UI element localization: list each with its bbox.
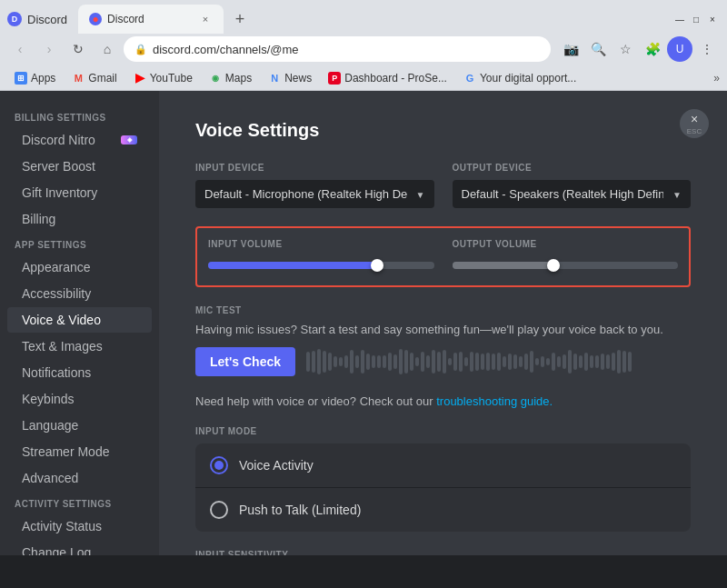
sidebar-item-accessibility[interactable]: Accessibility — [7, 281, 152, 306]
sidebar-item-language-label: Language — [22, 418, 137, 433]
sidebar-item-keybinds[interactable]: Keybinds — [7, 386, 152, 412]
mic-bar — [366, 354, 370, 370]
mic-bar — [437, 352, 441, 373]
sidebar-item-activity-status-label: Activity Status — [22, 519, 137, 533]
input-device-label: INPUT DEVICE — [195, 163, 434, 173]
push-to-talk-radio[interactable] — [210, 501, 228, 519]
sidebar-item-streamer-mode[interactable]: Streamer Mode — [7, 439, 152, 464]
input-device-select[interactable]: Default - Microphone (Realtek High Defin… — [195, 180, 434, 208]
url-text: discord.com/channels/@me — [153, 43, 540, 56]
close-window-button[interactable]: × — [705, 12, 720, 26]
home-button[interactable]: ⌂ — [95, 36, 120, 62]
sidebar-item-server-boost[interactable]: Server Boost — [7, 154, 152, 179]
sidebar-item-gift-inventory[interactable]: Gift Inventory — [7, 180, 152, 205]
sidebar-item-change-log[interactable]: Change Log — [7, 540, 152, 555]
tab-close-button[interactable]: × — [198, 12, 213, 26]
voice-activity-radio[interactable] — [210, 456, 228, 474]
bookmark-dashboard[interactable]: P Dashboard - ProSe... — [321, 70, 454, 86]
back-button[interactable]: ‹ — [7, 36, 33, 62]
apps-favicon: ⊞ — [15, 72, 27, 85]
mic-bar — [372, 355, 375, 369]
discord-tab-title: D Discord — [7, 12, 67, 26]
push-to-talk-option[interactable]: Push to Talk (Limited) — [195, 487, 691, 532]
mic-bar — [328, 353, 332, 372]
address-bar[interactable]: 🔒 discord.com/channels/@me — [124, 36, 551, 62]
maximize-button[interactable]: □ — [689, 12, 703, 26]
sidebar-item-appearance[interactable]: Appearance — [7, 254, 152, 280]
mic-bar — [312, 351, 315, 373]
bookmark-apps[interactable]: ⊞ Apps — [7, 70, 63, 86]
sidebar-item-accessibility-label: Accessibility — [22, 286, 137, 301]
output-volume-thumb[interactable] — [547, 259, 560, 272]
mic-bar — [513, 354, 517, 370]
bookmark-youtube[interactable]: ▶ YouTube — [126, 70, 200, 86]
mic-bar — [530, 351, 533, 372]
news-favicon: N — [268, 72, 281, 85]
lets-check-button[interactable]: Let's Check — [195, 347, 295, 376]
input-device-select-wrapper: Default - Microphone (Realtek High Defin… — [195, 180, 434, 208]
profile-icon[interactable]: U — [667, 36, 692, 62]
extensions-icon[interactable]: 🧩 — [640, 36, 665, 62]
sidebar-item-language[interactable]: Language — [7, 413, 152, 438]
input-volume-thumb[interactable] — [371, 259, 383, 272]
minimize-button[interactable]: — — [672, 12, 687, 26]
mic-bar — [464, 357, 468, 366]
sidebar-item-text-images[interactable]: Text & Images — [7, 334, 152, 359]
mic-bar — [361, 350, 364, 374]
sidebar-item-billing[interactable]: Billing — [7, 206, 152, 232]
mic-bar — [590, 355, 593, 368]
output-volume-group: OUTPUT VOLUME — [453, 239, 679, 274]
bookmark-icon[interactable]: ☆ — [612, 36, 638, 62]
menu-icon[interactable]: ⋮ — [694, 36, 720, 62]
activity-section-label: ACTIVITY SETTINGS — [0, 492, 159, 513]
browser-tab[interactable]: ● Discord × — [78, 5, 224, 34]
sidebar-item-advanced-label: Advanced — [22, 471, 137, 485]
more-bookmarks[interactable]: » — [713, 72, 720, 85]
troubleshooting-link[interactable]: troubleshooting guide. — [436, 394, 553, 408]
browser-chrome: D Discord ● Discord × + — □ × ‹ › ↻ ⌂ 🔒 … — [0, 0, 727, 91]
bookmark-apps-label: Apps — [31, 72, 55, 85]
tab-title-text: Discord — [27, 13, 67, 26]
bookmark-digital[interactable]: G Your digital opport... — [456, 70, 583, 86]
forward-button[interactable]: › — [36, 36, 62, 62]
mic-bar — [415, 357, 419, 365]
sidebar-item-voice-video[interactable]: Voice & Video — [7, 307, 152, 333]
bookmark-gmail[interactable]: M Gmail — [65, 70, 124, 86]
reload-button[interactable]: ↻ — [65, 36, 91, 62]
mic-bar — [344, 355, 348, 368]
sidebar-item-activity-status[interactable]: Activity Status — [7, 513, 152, 539]
sidebar-item-notifications[interactable]: Notifications — [7, 360, 152, 385]
output-device-select[interactable]: Default - Speakers (Realtek High Definit… — [453, 180, 692, 208]
bookmark-maps-label: Maps — [225, 72, 252, 85]
camera-icon[interactable]: 📷 — [558, 36, 583, 62]
sidebar-item-discord-nitro[interactable]: Discord Nitro ◈ — [7, 127, 152, 153]
mic-bar — [541, 356, 544, 367]
esc-label: ESC — [687, 127, 702, 135]
input-volume-slider[interactable] — [208, 256, 434, 274]
output-device-label: OUTPUT DEVICE — [453, 163, 692, 173]
title-bar: D Discord ● Discord × + — □ × — [0, 0, 727, 33]
window-controls: — □ × — [672, 12, 720, 26]
mic-bar — [350, 350, 354, 373]
sidebar-item-billing-label: Billing — [22, 212, 137, 226]
search-icon[interactable]: 🔍 — [585, 36, 611, 62]
bookmark-maps[interactable]: ◉ Maps — [202, 70, 259, 86]
mic-test-row: Let's Check — [195, 347, 691, 376]
mic-bar — [601, 354, 604, 370]
output-volume-slider[interactable] — [453, 256, 679, 274]
output-volume-fill — [453, 262, 554, 269]
bookmark-news[interactable]: N News — [261, 70, 319, 86]
mic-bar — [508, 354, 512, 371]
new-tab-button[interactable]: + — [227, 6, 253, 32]
volume-section: INPUT VOLUME OUTPUT VOLUME — [195, 226, 691, 287]
tab-favicon-icon: ● — [89, 13, 102, 25]
sidebar-item-advanced[interactable]: Advanced — [7, 465, 152, 491]
mic-bar — [584, 353, 588, 370]
mic-bar — [334, 356, 337, 368]
mic-bar — [355, 355, 359, 369]
page-title: Voice Settings — [195, 120, 691, 141]
mic-bar — [595, 355, 599, 368]
mic-bar — [503, 356, 506, 368]
close-settings-button[interactable]: × ESC — [680, 109, 709, 138]
voice-activity-option[interactable]: Voice Activity — [195, 443, 691, 487]
